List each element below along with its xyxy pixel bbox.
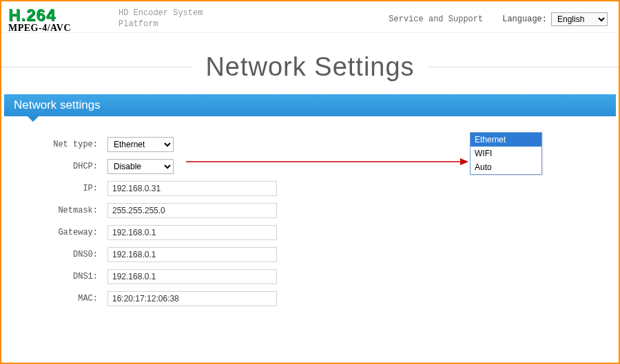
page-title: Network Settings [192, 52, 428, 82]
dns1-input[interactable] [107, 269, 277, 284]
dhcp-select[interactable]: Disable [107, 159, 174, 174]
net-type-select[interactable]: Ethernet [107, 137, 174, 152]
header: H.264 MPEG-4/AVC HD Encoder System Platf… [1, 1, 619, 33]
net-type-option-auto[interactable]: Auto [471, 160, 541, 174]
net-type-option-wifi[interactable]: WIFI [471, 147, 541, 160]
label-dhcp: DHCP: [18, 162, 107, 171]
ip-input[interactable] [107, 181, 277, 196]
label-dns0: DNS0: [18, 250, 107, 259]
label-gateway: Gateway: [18, 228, 107, 237]
platform-text: HD Encoder System Platform [118, 8, 203, 30]
logo-main: H.264 [8, 7, 105, 23]
platform-line1: HD Encoder System [118, 8, 203, 18]
dns0-input[interactable] [107, 247, 277, 262]
language-select[interactable]: English [551, 12, 608, 26]
row-mac: MAC: [18, 291, 619, 306]
header-right: Service and Support Language: English [389, 6, 612, 26]
row-ip: IP: [18, 181, 619, 196]
section-title: Network settings [14, 98, 101, 111]
logo-sub: MPEG-4/AVC [8, 23, 105, 33]
net-type-dropdown-popup: Ethernet WIFI Auto [470, 132, 542, 175]
gateway-input[interactable] [107, 225, 277, 240]
title-rule-right [428, 67, 619, 67]
title-rule-left [1, 67, 192, 67]
row-dns1: DNS1: [18, 269, 619, 284]
netmask-input[interactable] [107, 203, 277, 218]
platform-line2: Platform [118, 19, 158, 29]
label-ip: IP: [18, 184, 107, 193]
app-frame: H.264 MPEG-4/AVC HD Encoder System Platf… [0, 0, 620, 364]
page-title-row: Network Settings [1, 52, 619, 82]
row-dns0: DNS0: [18, 247, 619, 262]
label-net-type: Net type: [18, 140, 107, 149]
label-mac: MAC: [18, 294, 107, 303]
row-gateway: Gateway: [18, 225, 619, 240]
mac-input[interactable] [107, 291, 277, 306]
net-type-option-ethernet[interactable]: Ethernet [471, 133, 541, 147]
language-chooser: Language: English [502, 12, 608, 26]
language-label: Language: [502, 14, 547, 24]
logo: H.264 MPEG-4/AVC [8, 6, 105, 33]
label-netmask: Netmask: [18, 206, 107, 215]
row-netmask: Netmask: [18, 203, 619, 218]
service-support-link[interactable]: Service and Support [389, 14, 483, 24]
label-dns1: DNS1: [18, 272, 107, 281]
section-band: Network settings [4, 94, 616, 116]
